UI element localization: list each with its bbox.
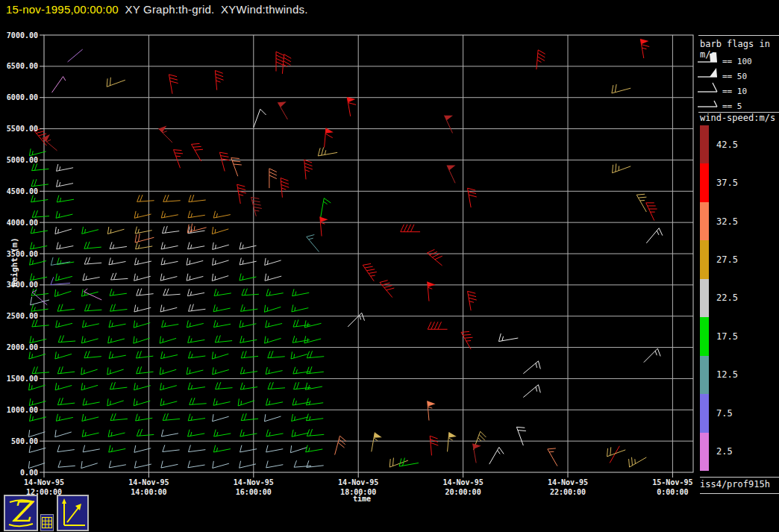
x-tick-date: 14-Nov-95 bbox=[234, 478, 274, 486]
y-tick-label: 5500.00 bbox=[7, 125, 38, 133]
xy-plot-axes-icon bbox=[58, 496, 87, 530]
colorbar-label: 42.5 bbox=[716, 125, 754, 163]
x-tick-time: 0:00:00 bbox=[657, 488, 688, 496]
y-tick-label: 2000.00 bbox=[7, 343, 38, 351]
x-tick-time: 14:00:00 bbox=[131, 488, 166, 496]
y-tick-label: 6500.00 bbox=[7, 62, 38, 70]
x-tick-date: 14-Nov-95 bbox=[548, 478, 588, 486]
y-tick-label: 0.00 bbox=[20, 469, 38, 477]
y-tick-label: 1500.00 bbox=[7, 375, 38, 383]
colorbar-segment bbox=[700, 279, 709, 317]
colorbar-label: 7.5 bbox=[716, 394, 754, 432]
colorbar-segment bbox=[700, 125, 709, 163]
colorbar-label: 32.5 bbox=[716, 202, 754, 240]
colorbar-label: 2.5 bbox=[716, 433, 754, 471]
colorbar-segment bbox=[700, 433, 709, 471]
y-tick-label: 2500.00 bbox=[7, 312, 38, 320]
colorbar-segment bbox=[700, 394, 709, 432]
y-tick-label: 4000.00 bbox=[7, 219, 38, 227]
legend-label: == 5 bbox=[722, 101, 742, 111]
zeb-z-logo-icon: Z bbox=[5, 496, 37, 530]
legend-label: == 10 bbox=[722, 87, 747, 96]
y-axis-label: height (m) bbox=[10, 229, 19, 296]
barb-full-10-icon bbox=[697, 79, 719, 94]
y-tick-label: 4500.00 bbox=[7, 187, 38, 195]
y-tick-label: 5000.00 bbox=[7, 156, 38, 164]
barb-flag-legend: == 100 == 50 == 10 == 5 bbox=[697, 49, 778, 109]
barb-half-5-icon bbox=[697, 94, 719, 109]
legend-row-10: == 10 bbox=[697, 79, 778, 94]
grid-table-icon bbox=[41, 515, 53, 531]
grid-view-button[interactable] bbox=[40, 514, 54, 531]
panel-divider bbox=[698, 35, 779, 36]
xy-plot-button[interactable] bbox=[57, 495, 89, 531]
colorbar-label: 12.5 bbox=[716, 356, 754, 394]
x-tick-date: 14-Nov-95 bbox=[338, 478, 378, 486]
colorbar-label: 22.5 bbox=[716, 279, 754, 317]
y-tick-label: 6000.00 bbox=[7, 93, 38, 101]
x-tick-time: 22:00:00 bbox=[550, 488, 586, 496]
wind-speed-colorbar bbox=[700, 125, 709, 471]
barb-flag-100-icon bbox=[697, 49, 719, 64]
x-tick-date: 14-Nov-95 bbox=[443, 478, 484, 486]
colorbar-segment bbox=[700, 317, 709, 355]
wind-barbs-dense bbox=[28, 148, 324, 468]
legend-row-50: == 50 bbox=[697, 64, 778, 79]
colorbar-title: wind-speed:m/s bbox=[700, 113, 775, 123]
x-tick-time: 20:00:00 bbox=[445, 488, 481, 496]
legend-row-100: == 100 bbox=[697, 49, 778, 64]
wind-profile-chart: 14-Nov-9512:00:0014-Nov-9514:00:0014-Nov… bbox=[0, 0, 779, 532]
platform-label: iss4/prof915h bbox=[700, 479, 770, 489]
x-tick-time: 16:00:00 bbox=[236, 488, 272, 496]
y-tick-label: 1000.00 bbox=[7, 406, 38, 414]
panel-divider bbox=[700, 477, 779, 478]
grid bbox=[44, 35, 693, 472]
colorbar-label: 17.5 bbox=[716, 317, 754, 355]
x-tick-date: 14-Nov-95 bbox=[128, 478, 169, 486]
colorbar-segment bbox=[700, 202, 709, 240]
y-tick-label: 7000.00 bbox=[7, 31, 38, 40]
legend-label: == 50 bbox=[722, 72, 747, 81]
panel-divider bbox=[700, 493, 779, 494]
x-axis-label: time bbox=[328, 495, 395, 503]
barb-pennant-50-icon bbox=[697, 64, 719, 79]
colorbar-label: 37.5 bbox=[716, 163, 754, 201]
colorbar-label: 27.5 bbox=[716, 240, 754, 278]
colorbar-segment bbox=[700, 163, 709, 201]
x-tick-date: 14-Nov-95 bbox=[24, 478, 64, 486]
legend-row-5: == 5 bbox=[697, 94, 778, 109]
x-tick-date: 15-Nov-95 bbox=[652, 478, 692, 486]
y-tick-label: 500.00 bbox=[11, 437, 38, 445]
app-window: { "header": { "datetime": "15-nov-1995,0… bbox=[0, 0, 779, 532]
legend-label: == 100 bbox=[722, 57, 752, 66]
zeb-logo-button[interactable]: Z bbox=[4, 495, 38, 531]
colorbar-segment bbox=[700, 240, 709, 278]
colorbar-segment bbox=[700, 356, 709, 394]
